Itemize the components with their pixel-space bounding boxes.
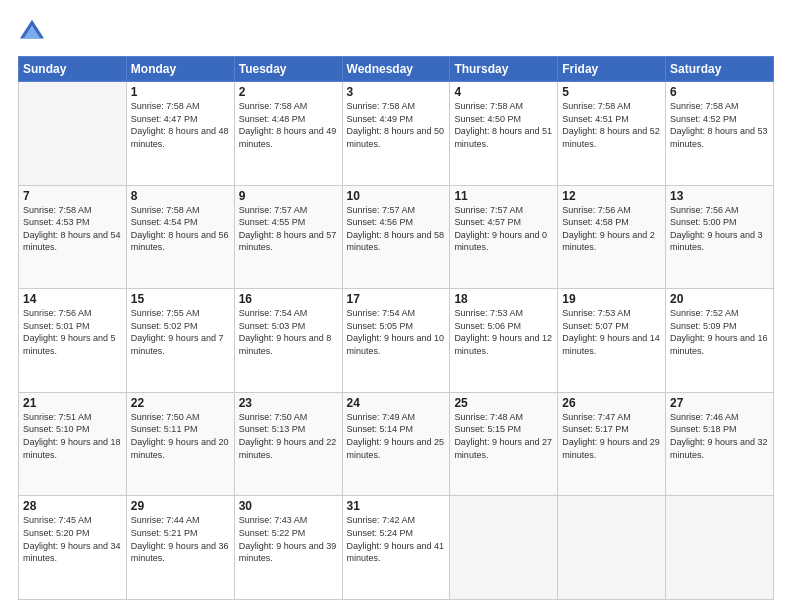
day-number: 8 [131,189,230,203]
calendar-table: SundayMondayTuesdayWednesdayThursdayFrid… [18,56,774,600]
calendar-day: 16Sunrise: 7:54 AMSunset: 5:03 PMDayligh… [234,289,342,393]
day-number: 24 [347,396,446,410]
day-number: 22 [131,396,230,410]
day-number: 27 [670,396,769,410]
day-info: Sunrise: 7:42 AMSunset: 5:24 PMDaylight:… [347,514,446,564]
day-info: Sunrise: 7:58 AMSunset: 4:53 PMDaylight:… [23,204,122,254]
day-info: Sunrise: 7:58 AMSunset: 4:48 PMDaylight:… [239,100,338,150]
day-info: Sunrise: 7:58 AMSunset: 4:50 PMDaylight:… [454,100,553,150]
calendar-day: 23Sunrise: 7:50 AMSunset: 5:13 PMDayligh… [234,392,342,496]
calendar-day: 19Sunrise: 7:53 AMSunset: 5:07 PMDayligh… [558,289,666,393]
day-number: 14 [23,292,122,306]
calendar-day: 11Sunrise: 7:57 AMSunset: 4:57 PMDayligh… [450,185,558,289]
calendar-day: 2Sunrise: 7:58 AMSunset: 4:48 PMDaylight… [234,82,342,186]
calendar-day [666,496,774,600]
day-info: Sunrise: 7:57 AMSunset: 4:56 PMDaylight:… [347,204,446,254]
calendar-day [558,496,666,600]
day-number: 23 [239,396,338,410]
calendar-day: 15Sunrise: 7:55 AMSunset: 5:02 PMDayligh… [126,289,234,393]
day-number: 15 [131,292,230,306]
day-header-wednesday: Wednesday [342,57,450,82]
day-number: 7 [23,189,122,203]
page: SundayMondayTuesdayWednesdayThursdayFrid… [0,0,792,612]
day-number: 30 [239,499,338,513]
calendar-day: 26Sunrise: 7:47 AMSunset: 5:17 PMDayligh… [558,392,666,496]
day-info: Sunrise: 7:44 AMSunset: 5:21 PMDaylight:… [131,514,230,564]
calendar-day: 1Sunrise: 7:58 AMSunset: 4:47 PMDaylight… [126,82,234,186]
calendar-day: 20Sunrise: 7:52 AMSunset: 5:09 PMDayligh… [666,289,774,393]
day-info: Sunrise: 7:46 AMSunset: 5:18 PMDaylight:… [670,411,769,461]
day-number: 19 [562,292,661,306]
day-number: 12 [562,189,661,203]
calendar-day: 7Sunrise: 7:58 AMSunset: 4:53 PMDaylight… [19,185,127,289]
day-info: Sunrise: 7:58 AMSunset: 4:47 PMDaylight:… [131,100,230,150]
day-info: Sunrise: 7:58 AMSunset: 4:54 PMDaylight:… [131,204,230,254]
day-info: Sunrise: 7:53 AMSunset: 5:06 PMDaylight:… [454,307,553,357]
calendar-day: 29Sunrise: 7:44 AMSunset: 5:21 PMDayligh… [126,496,234,600]
calendar-week-2: 7Sunrise: 7:58 AMSunset: 4:53 PMDaylight… [19,185,774,289]
calendar-header-row: SundayMondayTuesdayWednesdayThursdayFrid… [19,57,774,82]
day-header-sunday: Sunday [19,57,127,82]
day-header-tuesday: Tuesday [234,57,342,82]
day-number: 17 [347,292,446,306]
calendar-day: 25Sunrise: 7:48 AMSunset: 5:15 PMDayligh… [450,392,558,496]
day-info: Sunrise: 7:54 AMSunset: 5:03 PMDaylight:… [239,307,338,357]
day-header-saturday: Saturday [666,57,774,82]
calendar-day: 22Sunrise: 7:50 AMSunset: 5:11 PMDayligh… [126,392,234,496]
day-info: Sunrise: 7:57 AMSunset: 4:55 PMDaylight:… [239,204,338,254]
calendar-day: 28Sunrise: 7:45 AMSunset: 5:20 PMDayligh… [19,496,127,600]
calendar-day: 17Sunrise: 7:54 AMSunset: 5:05 PMDayligh… [342,289,450,393]
calendar-day: 18Sunrise: 7:53 AMSunset: 5:06 PMDayligh… [450,289,558,393]
day-number: 29 [131,499,230,513]
day-number: 9 [239,189,338,203]
day-info: Sunrise: 7:56 AMSunset: 5:01 PMDaylight:… [23,307,122,357]
day-number: 31 [347,499,446,513]
day-info: Sunrise: 7:56 AMSunset: 4:58 PMDaylight:… [562,204,661,254]
calendar-day: 5Sunrise: 7:58 AMSunset: 4:51 PMDaylight… [558,82,666,186]
calendar-day: 24Sunrise: 7:49 AMSunset: 5:14 PMDayligh… [342,392,450,496]
day-number: 3 [347,85,446,99]
day-info: Sunrise: 7:47 AMSunset: 5:17 PMDaylight:… [562,411,661,461]
calendar-day: 31Sunrise: 7:42 AMSunset: 5:24 PMDayligh… [342,496,450,600]
day-info: Sunrise: 7:50 AMSunset: 5:13 PMDaylight:… [239,411,338,461]
day-number: 1 [131,85,230,99]
day-number: 20 [670,292,769,306]
calendar-day: 13Sunrise: 7:56 AMSunset: 5:00 PMDayligh… [666,185,774,289]
day-number: 10 [347,189,446,203]
day-header-friday: Friday [558,57,666,82]
calendar-week-4: 21Sunrise: 7:51 AMSunset: 5:10 PMDayligh… [19,392,774,496]
day-number: 25 [454,396,553,410]
calendar-day: 27Sunrise: 7:46 AMSunset: 5:18 PMDayligh… [666,392,774,496]
day-number: 5 [562,85,661,99]
logo-icon [18,18,46,46]
calendar-day: 30Sunrise: 7:43 AMSunset: 5:22 PMDayligh… [234,496,342,600]
calendar-day [450,496,558,600]
day-header-monday: Monday [126,57,234,82]
day-info: Sunrise: 7:58 AMSunset: 4:49 PMDaylight:… [347,100,446,150]
day-number: 11 [454,189,553,203]
calendar-day: 9Sunrise: 7:57 AMSunset: 4:55 PMDaylight… [234,185,342,289]
calendar-day: 21Sunrise: 7:51 AMSunset: 5:10 PMDayligh… [19,392,127,496]
day-number: 2 [239,85,338,99]
header [18,18,774,46]
day-info: Sunrise: 7:45 AMSunset: 5:20 PMDaylight:… [23,514,122,564]
day-number: 4 [454,85,553,99]
day-info: Sunrise: 7:55 AMSunset: 5:02 PMDaylight:… [131,307,230,357]
day-info: Sunrise: 7:53 AMSunset: 5:07 PMDaylight:… [562,307,661,357]
day-number: 16 [239,292,338,306]
calendar-day: 8Sunrise: 7:58 AMSunset: 4:54 PMDaylight… [126,185,234,289]
day-info: Sunrise: 7:51 AMSunset: 5:10 PMDaylight:… [23,411,122,461]
day-info: Sunrise: 7:43 AMSunset: 5:22 PMDaylight:… [239,514,338,564]
calendar-day: 10Sunrise: 7:57 AMSunset: 4:56 PMDayligh… [342,185,450,289]
calendar-day [19,82,127,186]
calendar-day: 4Sunrise: 7:58 AMSunset: 4:50 PMDaylight… [450,82,558,186]
day-info: Sunrise: 7:58 AMSunset: 4:52 PMDaylight:… [670,100,769,150]
day-number: 18 [454,292,553,306]
day-info: Sunrise: 7:48 AMSunset: 5:15 PMDaylight:… [454,411,553,461]
day-info: Sunrise: 7:52 AMSunset: 5:09 PMDaylight:… [670,307,769,357]
calendar-day: 3Sunrise: 7:58 AMSunset: 4:49 PMDaylight… [342,82,450,186]
day-header-thursday: Thursday [450,57,558,82]
day-info: Sunrise: 7:57 AMSunset: 4:57 PMDaylight:… [454,204,553,254]
calendar-week-3: 14Sunrise: 7:56 AMSunset: 5:01 PMDayligh… [19,289,774,393]
day-number: 6 [670,85,769,99]
